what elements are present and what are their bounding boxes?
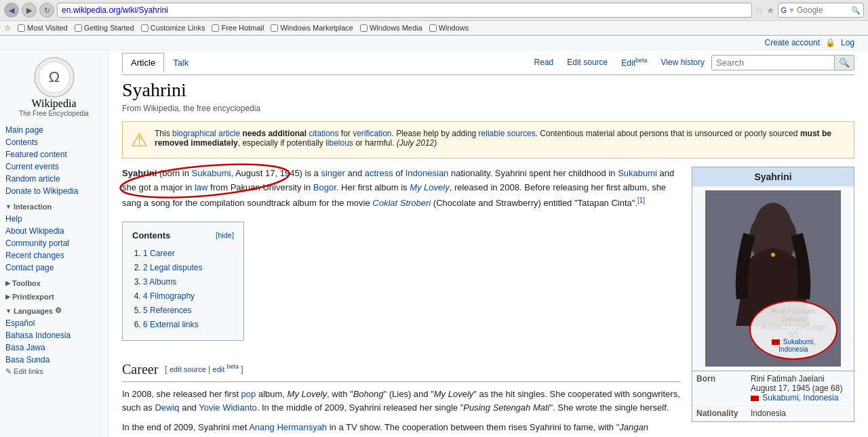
beta-sup: beta: [635, 57, 648, 64]
log-link[interactable]: Log: [841, 38, 854, 47]
bookmark-checkbox[interactable]: [429, 24, 437, 32]
bookmark-rss[interactable]: ★: [766, 5, 775, 16]
sidebar-item-help[interactable]: Help: [5, 213, 102, 225]
bookmark-checkbox[interactable]: [75, 24, 82, 32]
bookmark-customize-links[interactable]: Customize Links: [138, 23, 208, 33]
bookmark-checkbox[interactable]: [271, 24, 278, 32]
toc-link-external-links[interactable]: 6 External links: [143, 320, 198, 329]
reload-button[interactable]: ↻: [39, 3, 54, 18]
wiki-search-button[interactable]: 🔍: [834, 56, 854, 70]
sidebar-item-espanol[interactable]: Español: [5, 317, 102, 329]
sidebar-section-languages-title[interactable]: ▼ Languages ⚙: [5, 306, 102, 315]
toc-link-references[interactable]: 5 References: [143, 306, 191, 315]
career-para-2: In the end of 2009, Syahrini met Anang H…: [122, 421, 854, 437]
browser-search-icon[interactable]: 🔍: [851, 6, 861, 15]
career-section-heading: Career [ edit source | edit beta ]: [122, 358, 681, 382]
link-bogor[interactable]: Bogor: [313, 182, 336, 192]
link-indonesian[interactable]: Indonesian: [406, 168, 449, 178]
bookmark-star[interactable]: ☆: [755, 5, 764, 16]
toc-link-filmography[interactable]: 4 Filmography: [143, 291, 195, 301]
footnote-1-link[interactable]: [1]: [637, 196, 645, 204]
link-actress[interactable]: actress: [365, 168, 393, 178]
bookmark-most-visited[interactable]: Most Visited: [15, 23, 71, 33]
forward-button[interactable]: ▶: [22, 3, 37, 18]
browser-chrome: ◀ ▶ ↻ ☆ ★ G ▼ 🔍 ☆ Most Visited Getting S…: [0, 0, 868, 36]
bookmark-windows-media[interactable]: Windows Media: [357, 23, 425, 33]
sidebar-item-contents[interactable]: Contents: [5, 136, 102, 148]
article-from: From Wikipedia, the free encyclopedia: [122, 104, 854, 113]
sidebar-item-donate[interactable]: Donate to Wikipedia: [5, 185, 102, 197]
notice-link-verification[interactable]: verification: [353, 129, 391, 138]
bookmark-free-hotmail[interactable]: Free Hotmail: [209, 23, 267, 33]
link-my-lovely[interactable]: My Lovely: [410, 182, 450, 192]
link-law[interactable]: law: [195, 182, 208, 192]
account-separator: 🔒: [825, 38, 835, 47]
born-place-link[interactable]: Sukabumi, Indonesia: [762, 393, 838, 402]
sidebar-item-recent-changes[interactable]: Recent changes: [5, 249, 102, 262]
sidebar-item-main-page[interactable]: Main page: [5, 124, 102, 136]
notice-link-libelous[interactable]: libelous: [326, 138, 353, 148]
print-label: Print/export: [12, 293, 54, 301]
bookmark-checkbox[interactable]: [212, 24, 219, 32]
sidebar-section-toolbox: ▶ Toolbox: [5, 279, 102, 287]
sidebar-item-basa-jawa[interactable]: Basa Jawa: [5, 341, 102, 354]
sidebar-item-about[interactable]: About Wikipedia: [5, 225, 102, 237]
link-sukabumi[interactable]: Sukabumi: [192, 168, 231, 178]
bookmark-windows-marketplace[interactable]: Windows Marketplace: [268, 23, 356, 33]
wiki-logo: Ω Wikipedia The Free Encyclopedia: [5, 57, 102, 117]
born-date: August 17, 1945 (age 68): [751, 383, 842, 393]
toc-link-career[interactable]: 1 Career: [143, 249, 175, 258]
link-coklat-stroberi[interactable]: Coklat Stroberi: [372, 198, 431, 208]
sidebar-navigation: Main page Contents Featured content Curr…: [5, 124, 102, 197]
tab-article[interactable]: Article: [122, 53, 164, 72]
career-edit-beta-link[interactable]: edit beta: [213, 365, 239, 373]
sidebar-item-bahasa-indonesia[interactable]: Bahasa Indonesia: [5, 329, 102, 341]
career-edit-source-link[interactable]: edit source: [170, 365, 206, 373]
bookmark-getting-started[interactable]: Getting Started: [72, 23, 137, 33]
bookmark-windows[interactable]: Windows: [427, 23, 472, 33]
sidebar-item-basa-sunda[interactable]: Basa Sunda: [5, 354, 102, 366]
infobox-nationality-value: Indonesia: [747, 406, 790, 421]
search-engine-separator: ▼: [788, 6, 795, 14]
tab-talk[interactable]: Talk: [164, 53, 197, 72]
create-account-link[interactable]: Create account: [765, 38, 820, 47]
sidebar-item-community-portal[interactable]: Community portal: [5, 237, 102, 249]
bubble-place-link[interactable]: Sukabumi, Indonesia: [778, 338, 815, 353]
sidebar-section-print-title[interactable]: ▶ Print/export: [5, 293, 102, 301]
sidebar-section-interaction-title[interactable]: ▼ Interaction: [5, 203, 102, 211]
languages-settings-icon[interactable]: ⚙: [55, 306, 62, 315]
sidebar-item-random-article[interactable]: Random article: [5, 173, 102, 185]
back-button[interactable]: ◀: [4, 3, 19, 18]
action-edit-beta[interactable]: Editbeta: [614, 53, 654, 72]
wiki-actions: Read Edit source Editbeta View history: [528, 53, 711, 72]
wiki-search-input[interactable]: [712, 56, 834, 70]
link-pop[interactable]: pop: [241, 389, 256, 399]
action-view-history[interactable]: View history: [654, 54, 711, 71]
sidebar-item-featured-content[interactable]: Featured content: [5, 148, 102, 161]
browser-search-input[interactable]: [797, 5, 851, 15]
link-anang[interactable]: Anang Hermansyah: [249, 422, 327, 432]
notice-link-reliable-sources[interactable]: reliable sources: [479, 129, 536, 138]
bookmark-checkbox[interactable]: [18, 24, 25, 32]
link-singer[interactable]: singer: [321, 168, 344, 178]
action-read[interactable]: Read: [528, 54, 561, 71]
sidebar-item-contact-page[interactable]: Contact page: [5, 262, 102, 274]
link-dewiq[interactable]: Dewiq: [155, 402, 179, 413]
address-bar[interactable]: [57, 3, 752, 18]
wiki-logo-subtitle: The Free Encyclopedia: [5, 110, 102, 117]
notice-link-biographical[interactable]: biographical article: [172, 129, 240, 138]
bookmark-label: Most Visited: [27, 24, 68, 32]
link-yovie[interactable]: Yovie Widianto: [199, 402, 257, 413]
toc-item-references: 5 References: [143, 304, 234, 317]
toc-link-legal[interactable]: 2 Legal disputes: [143, 263, 202, 272]
action-edit-source[interactable]: Edit source: [560, 54, 614, 71]
toc-hide-button[interactable]: [hide]: [216, 230, 234, 242]
bookmark-checkbox[interactable]: [141, 24, 149, 32]
notice-link-citations[interactable]: citations: [309, 129, 338, 138]
bookmark-checkbox[interactable]: [360, 24, 368, 32]
sidebar-section-toolbox-title[interactable]: ▶ Toolbox: [5, 279, 102, 287]
sidebar-item-edit-links[interactable]: ✎ Edit links: [5, 366, 102, 377]
link-sukabumi2[interactable]: Sukabumi: [618, 168, 657, 178]
sidebar-item-current-events[interactable]: Current events: [5, 161, 102, 173]
toc-link-albums[interactable]: 3 Albums: [143, 277, 176, 287]
